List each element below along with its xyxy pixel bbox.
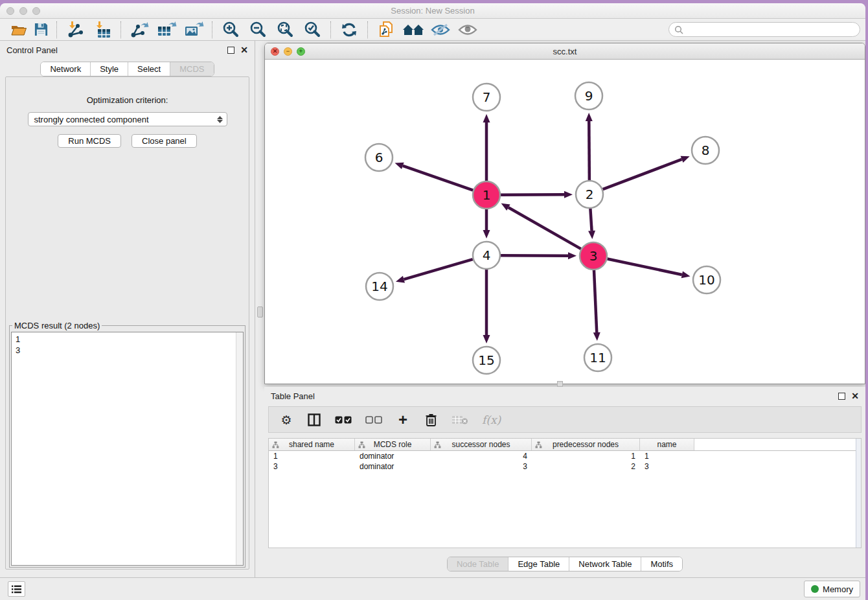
edge-arrowhead bbox=[483, 335, 490, 343]
edge-arrowhead bbox=[681, 156, 690, 163]
table-scrollbar[interactable] bbox=[856, 439, 861, 548]
run-mcds-button[interactable]: Run MCDS bbox=[58, 134, 121, 148]
column-header-shared-name[interactable]: shared name bbox=[269, 439, 355, 450]
zoom-fit-button[interactable] bbox=[271, 20, 299, 40]
cell-shared-name[interactable]: 1 bbox=[269, 451, 355, 461]
cell-successor-nodes[interactable]: 4 bbox=[431, 451, 532, 461]
control-panel: Control Panel ✕ Network Style Select MCD… bbox=[0, 41, 255, 577]
edge-2-9[interactable] bbox=[589, 121, 589, 180]
edge-arrowhead bbox=[568, 252, 577, 259]
edge-arrowhead bbox=[396, 276, 405, 283]
horizontal-splitter-handle[interactable] bbox=[557, 381, 563, 387]
column-header-predecessor-nodes[interactable]: predecessor nodes bbox=[532, 439, 640, 450]
tab-network[interactable]: Network bbox=[41, 62, 90, 76]
toolbar-separator bbox=[56, 21, 57, 38]
add-column-icon[interactable]: + bbox=[396, 413, 410, 426]
mcds-result-box: 1 3 bbox=[11, 332, 244, 566]
edge-3-11[interactable] bbox=[594, 270, 597, 332]
network-window-titlebar[interactable]: ✕ − + scc.txt bbox=[265, 43, 865, 60]
memory-status-icon bbox=[811, 585, 819, 593]
function-builder-icon: f(x) bbox=[482, 413, 501, 426]
export-table-icon bbox=[157, 21, 177, 38]
graph-node-label-2: 2 bbox=[586, 187, 594, 202]
import-table-button[interactable] bbox=[89, 20, 116, 40]
deselect-all-columns-icon[interactable] bbox=[365, 416, 382, 424]
table-row-0[interactable]: 1dominator411 bbox=[269, 451, 861, 461]
cell-MCDS-role[interactable]: dominator bbox=[355, 461, 431, 472]
memory-button[interactable]: Memory bbox=[804, 581, 860, 597]
node-table: shared nameMCDS rolesuccessor nodesprede… bbox=[268, 438, 862, 548]
zoom-in-button[interactable] bbox=[217, 20, 244, 40]
search-field[interactable] bbox=[668, 22, 860, 37]
edge-arrowhead bbox=[483, 114, 490, 122]
cell-predecessor-nodes[interactable]: 2 bbox=[532, 461, 640, 472]
copy-network-view-button[interactable] bbox=[372, 20, 400, 40]
open-session-button[interactable] bbox=[8, 20, 30, 40]
tab-style[interactable]: Style bbox=[90, 62, 128, 76]
task-history-button[interactable] bbox=[8, 581, 25, 597]
cell-successor-nodes[interactable]: 3 bbox=[431, 461, 532, 472]
cell-name[interactable]: 1 bbox=[640, 451, 694, 461]
edge-3-10[interactable] bbox=[608, 259, 682, 275]
refresh-layout-button[interactable] bbox=[336, 20, 363, 40]
import-network-button[interactable] bbox=[62, 20, 89, 40]
close-panel-icon[interactable]: ✕ bbox=[240, 47, 248, 54]
optimization-criterion-select[interactable]: strongly connected component bbox=[28, 112, 227, 126]
export-table-button[interactable] bbox=[153, 20, 180, 40]
edge-3-1[interactable] bbox=[508, 207, 581, 249]
export-image-icon bbox=[184, 21, 204, 38]
edge-2-3[interactable] bbox=[590, 209, 591, 231]
close-panel-button[interactable]: Close panel bbox=[131, 134, 197, 148]
edge-4-3[interactable] bbox=[501, 255, 568, 256]
cell-MCDS-role[interactable]: dominator bbox=[355, 451, 431, 461]
delete-column-icon[interactable] bbox=[424, 413, 438, 426]
network-title: scc.txt bbox=[265, 47, 865, 56]
tab-select[interactable]: Select bbox=[128, 62, 170, 76]
search-input[interactable] bbox=[687, 25, 860, 34]
memory-label: Memory bbox=[823, 584, 853, 594]
show-selected-button[interactable] bbox=[454, 20, 481, 40]
float-panel-icon[interactable] bbox=[227, 47, 234, 54]
cell-shared-name[interactable]: 3 bbox=[269, 461, 355, 472]
column-header-MCDS-role[interactable]: MCDS role bbox=[355, 439, 431, 450]
edge-arrowhead bbox=[395, 163, 404, 169]
column-header-label: successor nodes bbox=[451, 440, 510, 449]
tab-edge-table[interactable]: Edge Table bbox=[508, 557, 569, 571]
export-image-button[interactable] bbox=[180, 20, 207, 40]
zoom-out-button[interactable] bbox=[244, 20, 271, 40]
edge-2-8[interactable] bbox=[603, 159, 682, 189]
edge-1-6[interactable] bbox=[403, 166, 473, 190]
home-button[interactable] bbox=[400, 20, 427, 40]
select-all-columns-icon[interactable] bbox=[335, 416, 352, 424]
settings-gear-icon[interactable]: ⚙ bbox=[279, 413, 293, 426]
cell-predecessor-nodes[interactable]: 1 bbox=[532, 451, 640, 461]
tab-network-table[interactable]: Network Table bbox=[569, 557, 641, 571]
cell-name[interactable]: 3 bbox=[640, 461, 694, 472]
graph-node-label-11: 11 bbox=[589, 350, 606, 365]
edge-4-14[interactable] bbox=[404, 259, 472, 279]
float-table-panel-icon[interactable] bbox=[838, 393, 845, 400]
hide-selected-button[interactable] bbox=[427, 20, 454, 40]
table-row-1[interactable]: 3dominator323 bbox=[269, 461, 861, 472]
vertical-splitter-handle[interactable] bbox=[257, 306, 263, 317]
result-scrollbar[interactable] bbox=[236, 332, 243, 565]
open-folder-icon bbox=[10, 22, 27, 38]
edge-arrowhead bbox=[483, 230, 490, 238]
mcds-panel: Optimization criterion: strongly connect… bbox=[5, 76, 249, 570]
edge-1-2[interactable] bbox=[501, 194, 564, 195]
close-table-panel-icon[interactable]: ✕ bbox=[851, 393, 859, 400]
column-header-name[interactable]: name bbox=[640, 439, 694, 450]
hierarchy-icon bbox=[358, 441, 365, 450]
tab-node-table[interactable]: Node Table bbox=[448, 557, 508, 571]
zoom-selected-button[interactable] bbox=[299, 20, 326, 40]
control-panel-header: Control Panel ✕ bbox=[0, 41, 255, 59]
network-canvas[interactable]: 1234678910111415 bbox=[265, 60, 865, 384]
tab-motifs[interactable]: Motifs bbox=[641, 557, 682, 571]
column-header-successor-nodes[interactable]: successor nodes bbox=[431, 439, 532, 450]
optimization-criterion-value: strongly connected component bbox=[34, 115, 149, 124]
table-toolbar: ⚙ + bbox=[268, 406, 862, 433]
save-session-button[interactable] bbox=[30, 20, 52, 40]
tab-mcds[interactable]: MCDS bbox=[170, 62, 213, 76]
export-network-button[interactable] bbox=[126, 20, 153, 40]
split-view-icon[interactable] bbox=[307, 413, 321, 426]
